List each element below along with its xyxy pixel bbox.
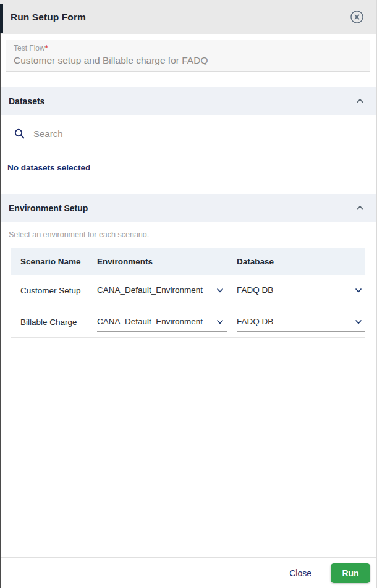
chevron-down-icon xyxy=(216,286,224,295)
close-dialog-button[interactable] xyxy=(349,10,364,25)
table-row: Customer Setup CANA_Default_Environment … xyxy=(11,275,365,306)
environment-helper-text: Select an environment for each scenario. xyxy=(9,230,376,239)
scenario-name-cell: Customer Setup xyxy=(20,286,97,295)
chevron-up-icon[interactable] xyxy=(355,203,365,212)
column-header-database: Database xyxy=(237,257,365,266)
dialog-footer: Close Run xyxy=(0,557,376,588)
dialog-header: Run Setup Form xyxy=(0,0,376,34)
close-button[interactable]: Close xyxy=(289,568,311,578)
run-setup-dialog: Run Setup Form Test Flow* Customer setup… xyxy=(0,0,377,588)
dataset-search[interactable]: Search xyxy=(7,122,370,146)
environment-setup-section-title: Environment Setup xyxy=(9,203,88,213)
datasets-section-title: Datasets xyxy=(9,96,44,106)
test-flow-field[interactable]: Test Flow* Customer setup and Billable c… xyxy=(6,40,370,72)
test-flow-label: Test Flow* xyxy=(14,44,363,52)
database-select[interactable]: FADQ DB xyxy=(237,312,365,332)
no-datasets-message: No datasets selected xyxy=(7,163,376,172)
datasets-section-header[interactable]: Datasets xyxy=(0,87,376,116)
table-row: Billable Charge CANA_Default_Environment… xyxy=(11,306,365,338)
environment-select[interactable]: CANA_Default_Environment xyxy=(97,280,227,300)
column-header-scenario-name: Scenario Name xyxy=(20,257,97,266)
required-asterisk: * xyxy=(45,44,48,52)
environment-setup-section-header[interactable]: Environment Setup xyxy=(0,194,376,222)
left-edge-dark-strip xyxy=(0,4,3,33)
database-select[interactable]: FADQ DB xyxy=(237,280,365,300)
chevron-up-icon[interactable] xyxy=(355,96,365,106)
scenario-name-cell: Billable Charge xyxy=(20,317,97,327)
chevron-down-icon xyxy=(216,317,224,326)
circle-x-icon xyxy=(350,10,364,24)
chevron-down-icon xyxy=(354,286,363,295)
table-header-row: Scenario Name Environments Database xyxy=(11,248,365,275)
scenario-environment-table: Scenario Name Environments Database Cust… xyxy=(11,248,365,338)
column-header-environments: Environments xyxy=(97,257,237,266)
dialog-title: Run Setup Form xyxy=(11,12,86,23)
test-flow-value: Customer setup and Billable charge for F… xyxy=(14,55,363,66)
search-input-placeholder: Search xyxy=(33,128,63,139)
run-button[interactable]: Run xyxy=(331,563,370,583)
left-edge-artifact xyxy=(0,4,1,588)
chevron-down-icon xyxy=(354,317,363,326)
magnifier-icon xyxy=(14,128,25,139)
environment-select[interactable]: CANA_Default_Environment xyxy=(97,312,227,332)
